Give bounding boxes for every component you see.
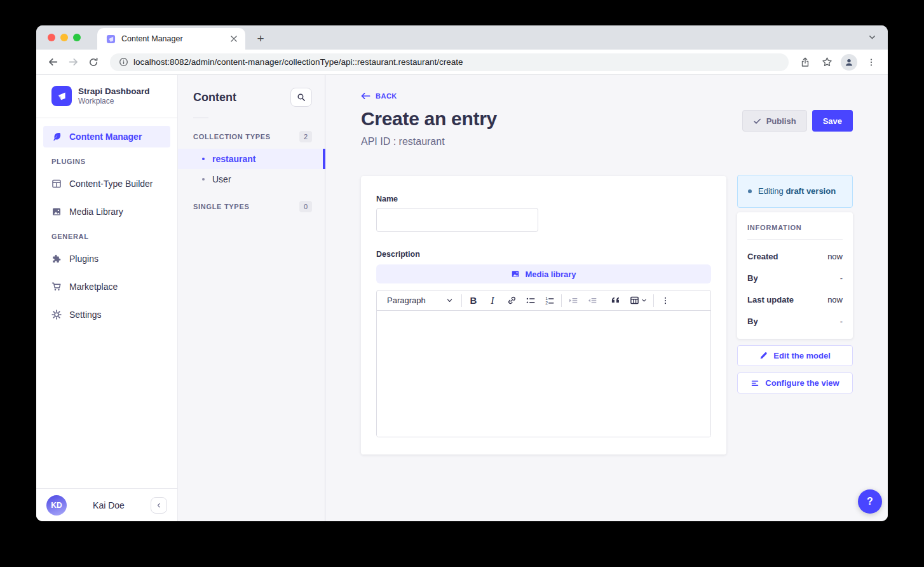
- header-actions: Publish Save: [742, 110, 853, 132]
- bullet-icon: [202, 158, 205, 160]
- table-icon: [630, 296, 639, 305]
- information-title: INFORMATION: [747, 224, 843, 231]
- save-button[interactable]: Save: [812, 110, 853, 132]
- search-button[interactable]: [290, 88, 312, 107]
- workspace-brand[interactable]: Strapi Dashboard Workplace: [36, 75, 177, 118]
- info-label: By: [747, 317, 758, 326]
- user-name: Kai Doe: [72, 500, 146, 510]
- name-field-label: Name: [376, 195, 398, 203]
- single-types-count: 0: [299, 201, 312, 212]
- api-id-subtitle: API ID : restaurant: [361, 136, 853, 147]
- browser-toolbar: localhost:8082/admin/content-manager/col…: [36, 50, 888, 75]
- browser-profile-avatar[interactable]: [841, 54, 857, 71]
- sidebar-item-label: Content-Type Builder: [69, 179, 153, 189]
- page-title: Create an entry: [361, 108, 497, 130]
- indent-increase-icon[interactable]: [564, 292, 583, 309]
- sidebar-item-label: Settings: [69, 310, 102, 320]
- browser-tab[interactable]: Content Manager: [97, 28, 245, 50]
- image-icon: [51, 207, 62, 217]
- configure-view-button[interactable]: Configure the view: [737, 372, 853, 393]
- site-info-icon[interactable]: [119, 57, 128, 67]
- user-avatar[interactable]: KD: [46, 495, 67, 516]
- back-link[interactable]: BACK: [361, 92, 397, 100]
- sidebar-collapse-button[interactable]: [151, 497, 167, 514]
- help-button[interactable]: ?: [858, 489, 882, 514]
- paragraph-style-value: Paragraph: [387, 296, 426, 305]
- edit-model-button[interactable]: Edit the model: [737, 345, 853, 366]
- bulleted-list-icon[interactable]: [521, 292, 540, 309]
- more-options-icon[interactable]: [656, 292, 675, 309]
- browser-menu-icon[interactable]: [862, 53, 880, 71]
- sidebar-item-settings[interactable]: Settings: [43, 304, 170, 325]
- sidebar-item-content-type-builder[interactable]: Content-Type Builder: [43, 173, 170, 195]
- quote-icon[interactable]: [606, 292, 625, 309]
- tab-close-icon[interactable]: [229, 34, 239, 44]
- layout-icon: [51, 179, 62, 189]
- browser-forward-icon[interactable]: [64, 53, 82, 71]
- content-subnav: Content COLLECTION TYPES 2 restaurant: [178, 75, 325, 521]
- back-label: BACK: [376, 92, 397, 100]
- main-sidebar: Strapi Dashboard Workplace Content Manag…: [36, 75, 178, 521]
- share-icon[interactable]: [796, 53, 814, 71]
- sidebar-nav: Content Manager PLUGINS Content-Type Bui…: [36, 118, 177, 332]
- bullet-icon: [202, 178, 205, 181]
- numbered-list-icon[interactable]: 12: [540, 292, 559, 309]
- image-icon: [511, 270, 520, 278]
- collection-types-label: COLLECTION TYPES: [193, 133, 271, 140]
- sidebar-item-label: Marketplace: [69, 282, 118, 292]
- editor-toolbar: Paragraph B I: [377, 290, 710, 311]
- strapi-favicon-icon: [106, 34, 116, 44]
- single-types-label: SINGLE TYPES: [193, 203, 249, 210]
- sidebar-item-plugins[interactable]: Plugins: [43, 248, 170, 270]
- description-field-label: Description: [376, 250, 711, 259]
- address-bar[interactable]: localhost:8082/admin/content-manager/col…: [110, 53, 789, 71]
- description-textarea[interactable]: [377, 311, 710, 437]
- link-icon[interactable]: [502, 292, 521, 309]
- window-close-button[interactable]: [48, 34, 55, 41]
- info-row-created: Created now: [747, 252, 843, 261]
- new-tab-button[interactable]: +: [252, 30, 269, 48]
- collection-types-header: COLLECTION TYPES 2: [178, 125, 325, 149]
- check-icon: [753, 117, 761, 125]
- indent-decrease-icon[interactable]: [583, 292, 602, 309]
- info-row-updated-by: By -: [747, 317, 843, 326]
- media-library-button[interactable]: Media library: [376, 264, 711, 284]
- window-zoom-button[interactable]: [73, 34, 81, 41]
- bookmark-star-icon[interactable]: [818, 53, 836, 71]
- paragraph-style-select[interactable]: Paragraph: [378, 290, 459, 310]
- strapi-app: Strapi Dashboard Workplace Content Manag…: [36, 75, 888, 521]
- cart-icon: [51, 282, 62, 292]
- tab-strip: Content Manager +: [36, 25, 888, 50]
- subnav-title: Content: [193, 91, 236, 104]
- tab-list-chevron-icon[interactable]: [868, 33, 876, 41]
- subnav-item-user[interactable]: User: [178, 169, 325, 189]
- sidebar-item-marketplace[interactable]: Marketplace: [43, 276, 170, 297]
- gear-icon: [51, 310, 62, 320]
- subnav-item-restaurant[interactable]: restaurant: [178, 149, 325, 169]
- sidebar-section-general: GENERAL: [51, 233, 162, 240]
- workspace-title: Strapi Dashboard: [78, 86, 150, 97]
- sidebar-item-media-library[interactable]: Media Library: [43, 201, 170, 222]
- italic-button[interactable]: I: [483, 292, 502, 309]
- feather-pen-icon: [51, 132, 62, 142]
- search-icon: [297, 93, 306, 102]
- bold-button[interactable]: B: [464, 292, 483, 309]
- name-input[interactable]: [376, 208, 538, 232]
- window-minimize-button[interactable]: [60, 34, 68, 41]
- sidebar-item-content-manager[interactable]: Content Manager: [43, 126, 170, 147]
- rich-text-editor: Paragraph B I: [376, 290, 711, 437]
- subnav-item-label: User: [212, 174, 231, 184]
- sidebar-item-label: Content Manager: [69, 132, 142, 142]
- collection-types-count: 2: [299, 131, 312, 142]
- subnav-item-label: restaurant: [212, 154, 255, 164]
- browser-reload-icon[interactable]: [85, 53, 102, 71]
- publish-button[interactable]: Publish: [742, 110, 807, 132]
- status-dot-icon: [748, 189, 752, 193]
- entry-sidebar: Editing draft version INFORMATION Create…: [737, 176, 853, 393]
- browser-back-icon[interactable]: [44, 53, 62, 71]
- table-button[interactable]: [625, 292, 651, 309]
- draft-prefix: Editing: [758, 186, 785, 196]
- info-value: now: [827, 295, 843, 304]
- svg-text:2: 2: [545, 300, 548, 304]
- information-divider: [747, 239, 843, 240]
